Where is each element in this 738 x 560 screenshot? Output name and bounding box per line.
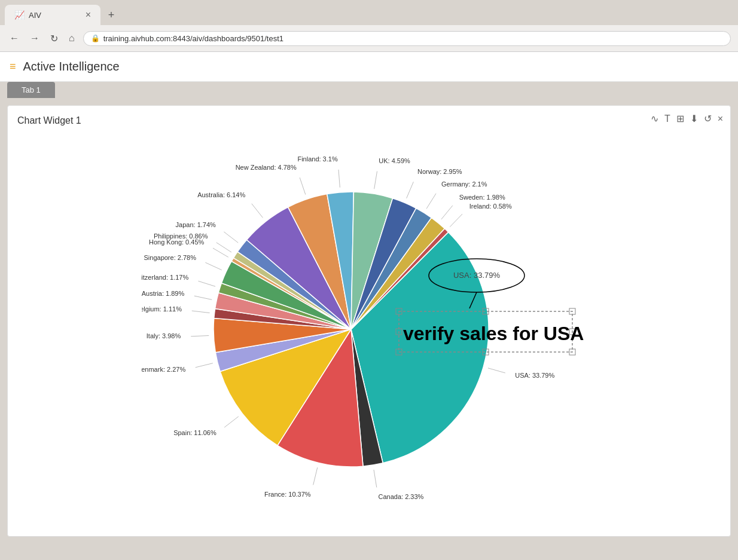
pie-label-germany: Germany: 2.1% <box>441 180 487 188</box>
svg-line-11 <box>216 243 231 252</box>
tab-favicon-icon: 📈 <box>14 10 24 20</box>
toolbar-close-icon[interactable]: × <box>718 114 723 124</box>
svg-line-10 <box>213 248 228 257</box>
pie-label-switzerland: Switzerland: 1.17% <box>142 274 188 281</box>
refresh-button[interactable]: ↻ <box>48 32 60 45</box>
svg-line-4 <box>196 363 213 368</box>
toolbar-trend-icon[interactable]: ∿ <box>651 113 658 124</box>
svg-line-14 <box>300 178 306 194</box>
svg-line-0 <box>488 368 505 373</box>
svg-line-20 <box>450 214 462 227</box>
tab-close-icon[interactable]: × <box>86 10 91 20</box>
svg-line-5 <box>191 336 209 336</box>
app-header: ≡ Active Intelligence <box>0 52 738 82</box>
pie-label-france: France: 10.37% <box>264 491 311 498</box>
toolbar-refresh-icon[interactable]: ↺ <box>704 113 712 124</box>
lock-icon: 🔒 <box>91 34 100 42</box>
page-tabs: Tab 1 <box>0 82 738 98</box>
url-text: training.aivhub.com:8443/aiv/dashboards/… <box>103 34 283 43</box>
svg-line-3 <box>224 417 239 427</box>
url-bar[interactable]: 🔒 training.aivhub.com:8443/aiv/dashboard… <box>83 31 731 46</box>
svg-line-8 <box>198 281 215 286</box>
pie-chart-svg: USA: 33.79%Canada: 2.33%France: 10.37%Sp… <box>142 138 596 527</box>
pie-label-japan: Japan: 1.74% <box>176 221 216 228</box>
main-content: Chart Widget 1 ∿ T ⊞ ⬇ ↺ × USA: 33.79%Ca… <box>0 98 738 544</box>
pie-label-philippines: Philippines: 0.86% <box>154 232 208 240</box>
new-tab-button[interactable]: + <box>103 7 120 23</box>
tab-1[interactable]: Tab 1 <box>7 82 55 98</box>
svg-line-12 <box>224 232 238 243</box>
chart-widget: Chart Widget 1 ∿ T ⊞ ⬇ ↺ × USA: 33.79%Ca… <box>7 105 731 537</box>
pie-label-new-zealand: New Zealand: 4.78% <box>236 164 297 171</box>
pie-label-finland: Finland: 3.1% <box>297 155 337 163</box>
pie-label-ireland: Ireland: 0.58% <box>469 203 512 210</box>
pie-label-sweden: Sweden: 1.98% <box>459 194 505 201</box>
svg-line-18 <box>426 194 436 209</box>
svg-line-16 <box>374 172 377 189</box>
svg-line-6 <box>192 311 210 313</box>
back-button[interactable]: ← <box>7 32 22 45</box>
forward-button[interactable]: → <box>28 32 42 45</box>
toolbar-download-icon[interactable]: ⬇ <box>690 113 698 124</box>
browser-chrome: 📈 AIV × + ← → ↻ ⌂ 🔒 training.aivhub.com:… <box>0 0 738 52</box>
widget-toolbar: ∿ T ⊞ ⬇ ↺ × <box>651 113 723 124</box>
toolbar-image-icon[interactable]: ⊞ <box>676 113 684 124</box>
svg-line-1 <box>374 470 377 488</box>
widget-title: Chart Widget 1 <box>17 115 721 126</box>
pie-label-spain: Spain: 11.06% <box>173 429 216 436</box>
annotation-usa-label: USA: 33.79% <box>453 271 500 280</box>
pie-label-italy: Italy: 3.98% <box>147 332 181 339</box>
pie-label-uk: UK: 4.59% <box>379 157 410 164</box>
hamburger-menu-icon[interactable]: ≡ <box>10 60 16 73</box>
svg-line-15 <box>338 170 340 188</box>
pie-label-usa: USA: 33.79% <box>515 372 554 379</box>
pie-label-canada: Canada: 2.33% <box>379 493 424 500</box>
chart-area: USA: 33.79%Canada: 2.33%France: 10.37%Sp… <box>17 138 721 527</box>
pie-label-singapore: Singapore: 2.78% <box>144 254 197 261</box>
svg-line-13 <box>252 204 263 218</box>
svg-line-7 <box>194 296 212 299</box>
verify-annotation-text[interactable]: verify sales for USA <box>403 323 584 344</box>
app-title: Active Intelligence <box>23 60 120 74</box>
pie-label-austria: Austria: 1.89% <box>142 290 184 297</box>
tab-bar: 📈 AIV × + <box>0 0 738 25</box>
svg-line-2 <box>313 467 318 485</box>
address-bar: ← → ↻ ⌂ 🔒 training.aivhub.com:8443/aiv/d… <box>0 25 738 51</box>
svg-line-19 <box>441 206 453 219</box>
svg-line-17 <box>407 182 414 198</box>
home-button[interactable]: ⌂ <box>66 32 77 45</box>
pie-label-australia: Australia: 6.14% <box>197 191 245 198</box>
svg-line-9 <box>205 262 221 270</box>
browser-tab[interactable]: 📈 AIV × <box>5 5 100 25</box>
toolbar-text-icon[interactable]: T <box>664 114 670 124</box>
pie-label-norway: Norway: 2.95% <box>417 168 462 175</box>
pie-label-belgium: Belgium: 1.11% <box>142 305 182 313</box>
pie-label-denmark: Denmark: 2.27% <box>142 366 185 373</box>
tab-title-label: AIV <box>29 11 81 20</box>
